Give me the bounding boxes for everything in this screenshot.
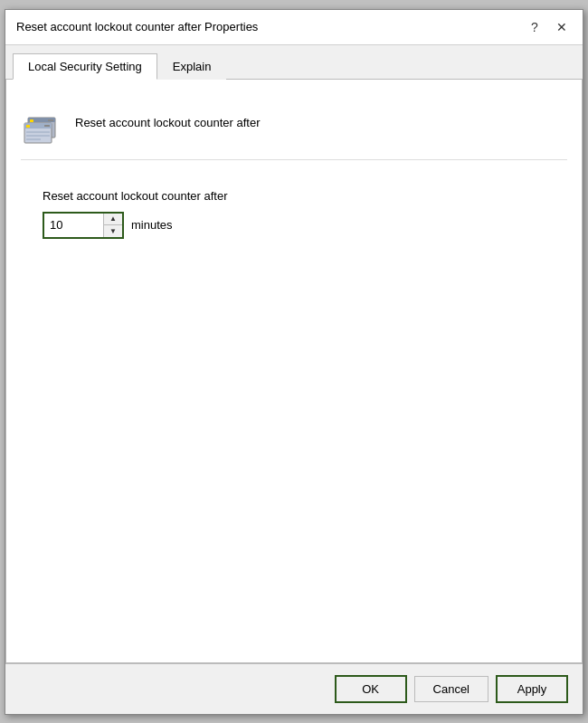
- title-bar-left: Reset account lockout counter after Prop…: [16, 20, 258, 33]
- svg-rect-9: [26, 135, 50, 137]
- tab-explain[interactable]: Explain: [157, 53, 227, 80]
- tab-local-security-setting[interactable]: Local Security Setting: [13, 53, 157, 80]
- cancel-button[interactable]: Cancel: [414, 676, 488, 702]
- tab-bar: Local Security Setting Explain: [5, 45, 583, 80]
- content-spacer: [21, 246, 567, 648]
- svg-rect-2: [30, 119, 33, 122]
- button-bar: OK Cancel Apply: [5, 663, 583, 714]
- close-button[interactable]: ✕: [552, 17, 572, 37]
- header-title: Reset account lockout counter after: [75, 116, 261, 129]
- spinner-down-button[interactable]: ▼: [104, 225, 122, 237]
- minutes-label: minutes: [131, 218, 173, 232]
- main-content: Reset account lockout counter after Rese…: [5, 80, 583, 663]
- spinner-buttons: ▲ ▼: [103, 214, 122, 237]
- title-bar: Reset account lockout counter after Prop…: [5, 10, 583, 45]
- svg-rect-10: [26, 138, 41, 140]
- ok-button[interactable]: OK: [335, 675, 407, 703]
- spinner-up-button[interactable]: ▲: [104, 214, 122, 225]
- dialog-title: Reset account lockout counter after Prop…: [16, 20, 258, 33]
- apply-button[interactable]: Apply: [496, 675, 568, 703]
- minutes-input[interactable]: [44, 214, 103, 237]
- setting-label: Reset account lockout counter after: [43, 189, 545, 203]
- svg-rect-8: [26, 131, 50, 133]
- setting-section: Reset account lockout counter after ▲ ▼ …: [21, 182, 567, 246]
- spinner-row: ▲ ▼ minutes: [43, 212, 545, 239]
- svg-rect-3: [48, 119, 53, 121]
- server-icon: [21, 101, 64, 145]
- help-button[interactable]: ?: [525, 17, 545, 37]
- header-section: Reset account lockout counter after: [21, 94, 567, 160]
- svg-rect-7: [44, 125, 50, 127]
- svg-rect-6: [26, 125, 30, 128]
- dialog-window: Reset account lockout counter after Prop…: [5, 9, 583, 715]
- spinner-container: ▲ ▼: [43, 212, 124, 239]
- title-bar-controls: ? ✕: [525, 17, 572, 37]
